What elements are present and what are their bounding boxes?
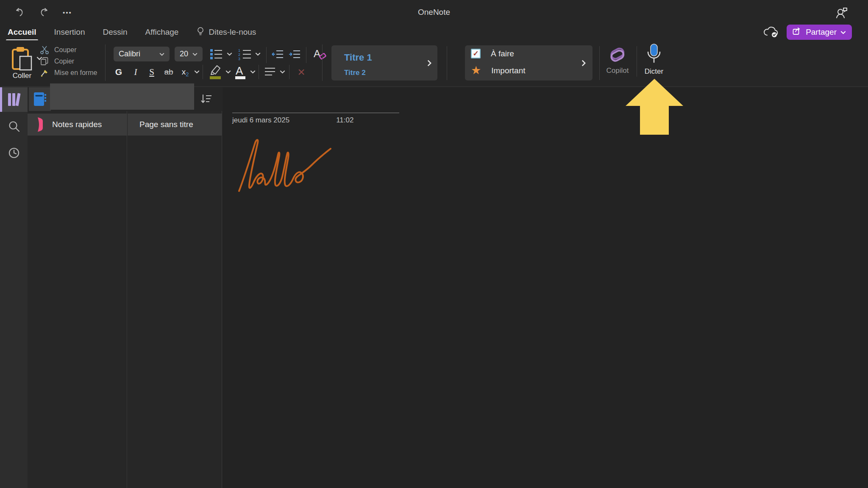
tab-insertion[interactable]: Insertion	[53, 26, 86, 39]
yellow-callout-arrow	[626, 79, 683, 136]
font-color-chevron-icon[interactable]	[250, 70, 256, 74]
numbered-list-button[interactable]: 1 2 3	[237, 48, 252, 61]
lightbulb-icon	[196, 26, 205, 39]
notebooks-rail-button[interactable]	[0, 87, 28, 112]
font-color-button[interactable]: A	[233, 64, 248, 80]
align-lines-icon	[264, 67, 276, 77]
subscript-button[interactable]: x2	[179, 65, 192, 79]
section-tab-icon	[36, 117, 45, 132]
notebook-icon	[33, 92, 47, 107]
search-rail-button[interactable]	[0, 114, 28, 139]
clear-formatting-icon: A	[312, 47, 326, 61]
notebook-name-field[interactable]	[50, 83, 194, 110]
svg-text:A: A	[314, 48, 320, 59]
decrease-indent-icon	[271, 49, 284, 60]
tags-expand-chevron-icon[interactable]	[581, 60, 586, 67]
format-painter-icon	[40, 68, 49, 78]
search-icon	[8, 120, 20, 133]
style-titre1[interactable]: Titre 1	[344, 52, 372, 63]
copilot-button[interactable]: Copilot	[603, 44, 632, 75]
align-chevron-icon[interactable]	[280, 70, 285, 74]
pages-panel: Page sans titre	[128, 111, 222, 488]
highlighter-button[interactable]	[208, 64, 223, 80]
sort-pages-button[interactable]	[199, 92, 214, 107]
chevron-down-icon	[159, 53, 164, 56]
tab-dites-le-nous[interactable]: Dites-le-nous	[195, 25, 257, 40]
x-delete-icon: ×	[298, 65, 305, 79]
subscript-chevron-icon[interactable]	[194, 70, 200, 74]
navigation-rail	[0, 87, 28, 488]
app-title: OneNote	[0, 0, 868, 24]
dictate-button[interactable]: Dicter	[640, 43, 668, 76]
page-date: jeudi 6 mars 2025	[232, 116, 289, 125]
page-canvas[interactable]: jeudi 6 mars 2025 11:02 hello	[223, 87, 868, 488]
tab-dessin[interactable]: Dessin	[102, 26, 128, 39]
scissors-icon	[40, 45, 49, 55]
sort-icon	[200, 93, 213, 105]
numbered-list-chevron-icon[interactable]	[255, 52, 261, 56]
bullet-list-chevron-icon[interactable]	[227, 52, 232, 56]
share-button[interactable]: Partager	[787, 25, 852, 40]
ribbon-tab-bar: Accueil Insertion Dessin Affichage Dites…	[0, 24, 868, 40]
decrease-indent-button[interactable]	[271, 49, 284, 60]
increase-indent-icon	[288, 49, 301, 60]
tag-a-faire[interactable]: ✓ À faire	[471, 49, 514, 58]
svg-text:3: 3	[238, 57, 240, 61]
page-sans-titre[interactable]: Page sans titre	[128, 114, 222, 136]
tag-important[interactable]: ★ Important	[471, 66, 525, 75]
font-size-select[interactable]: 20	[175, 47, 203, 61]
share-icon	[792, 26, 802, 39]
library-books-icon	[7, 92, 21, 107]
notebook-switcher-button[interactable]	[29, 87, 51, 111]
clock-history-icon	[8, 147, 20, 159]
cut-button[interactable]: Couper	[40, 45, 76, 55]
tags-gallery[interactable]: ✓ À faire ★ Important	[465, 45, 593, 80]
highlighter-chevron-icon[interactable]	[225, 70, 231, 74]
sections-panel: Notes rapides	[28, 111, 127, 488]
increase-indent-button[interactable]	[288, 49, 301, 60]
recent-rail-button[interactable]	[0, 141, 28, 165]
star-icon: ★	[471, 66, 481, 75]
format-painter-button[interactable]: Mise en forme	[40, 68, 97, 78]
titlebar: ••• OneNote	[0, 0, 868, 24]
bold-button[interactable]: G	[113, 65, 125, 79]
people-chat-icon[interactable]	[833, 4, 850, 21]
copilot-icon	[607, 44, 628, 65]
tab-accueil[interactable]: Accueil	[7, 26, 37, 39]
chevron-down-icon	[840, 30, 846, 34]
onenote-window: ••• OneNote Accueil Insertion Dessin	[0, 0, 868, 488]
page-title-rule	[232, 113, 399, 113]
bullet-list-button[interactable]	[209, 48, 223, 61]
italic-button[interactable]: I	[130, 65, 142, 79]
ink-handwriting-hello: hello	[236, 136, 342, 195]
paste-label[interactable]: Coller	[8, 72, 36, 80]
highlighter-icon	[208, 64, 223, 80]
paragraph-align-button[interactable]	[264, 67, 276, 77]
chevron-down-icon	[192, 53, 198, 56]
delete-button[interactable]: ×	[294, 65, 309, 79]
microphone-icon	[645, 43, 663, 66]
svg-text:2: 2	[238, 53, 240, 57]
numbered-list-icon: 1 2 3	[237, 48, 252, 61]
section-notes-rapides[interactable]: Notes rapides	[28, 114, 127, 136]
paste-button[interactable]	[11, 46, 33, 72]
copy-button[interactable]: Copier	[40, 57, 74, 66]
tab-affichage[interactable]: Affichage	[145, 26, 180, 39]
styles-gallery[interactable]: Titre 1 Titre 2	[331, 45, 437, 80]
copy-icon	[40, 57, 49, 66]
up-arrow-icon	[626, 79, 683, 135]
clipboard-paste-icon	[11, 46, 33, 71]
styles-expand-chevron-icon[interactable]	[427, 60, 431, 67]
font-color-icon: A	[233, 64, 248, 80]
todo-checkbox-icon: ✓	[471, 49, 481, 58]
page-time: 11:02	[336, 116, 353, 125]
font-family-select[interactable]: Calibri	[114, 47, 170, 61]
svg-text:1: 1	[238, 48, 240, 53]
strikethrough-button[interactable]: ab	[161, 65, 176, 79]
svg-text:A: A	[236, 64, 243, 77]
cloud-sync-icon[interactable]	[762, 24, 780, 40]
style-titre2[interactable]: Titre 2	[344, 69, 366, 77]
clear-formatting-button[interactable]: A	[312, 47, 326, 61]
bullet-list-icon	[209, 48, 223, 61]
underline-button[interactable]: S	[146, 65, 158, 79]
